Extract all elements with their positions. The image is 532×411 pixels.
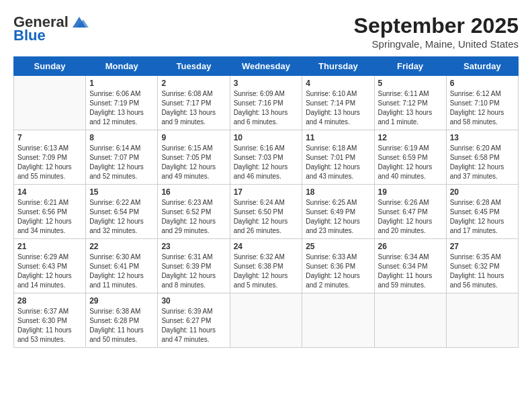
day-number: 3 xyxy=(234,79,299,88)
month-title: September 2025 xyxy=(354,13,519,38)
calendar-cell xyxy=(446,293,518,348)
cell-info: Sunrise: 6:06 AMSunset: 7:19 PMDaylight:… xyxy=(89,89,154,127)
logo-icon xyxy=(70,15,89,29)
day-number: 18 xyxy=(306,187,370,197)
day-number: 28 xyxy=(17,296,82,306)
calendar-cell: 4 Sunrise: 6:10 AMSunset: 7:14 PMDayligh… xyxy=(302,76,374,130)
day-number: 17 xyxy=(234,187,299,197)
calendar-cell: 6 Sunrise: 6:12 AMSunset: 7:10 PMDayligh… xyxy=(446,76,518,130)
calendar-cell: 11 Sunrise: 6:18 AMSunset: 7:01 PMDaylig… xyxy=(302,130,374,185)
calendar-week-2: 7 Sunrise: 6:13 AMSunset: 7:09 PMDayligh… xyxy=(14,130,519,185)
day-header-saturday: Saturday xyxy=(446,57,518,76)
day-header-friday: Friday xyxy=(374,57,446,76)
calendar-week-3: 14 Sunrise: 6:21 AMSunset: 6:56 PMDaylig… xyxy=(14,185,519,239)
day-header-thursday: Thursday xyxy=(302,57,374,76)
day-number: 26 xyxy=(378,242,443,251)
calendar-cell: 18 Sunrise: 6:25 AMSunset: 6:49 PMDaylig… xyxy=(302,185,374,239)
calendar-cell: 25 Sunrise: 6:33 AMSunset: 6:36 PMDaylig… xyxy=(302,239,374,293)
day-number: 22 xyxy=(89,242,154,251)
logo-blue: Blue xyxy=(13,27,46,44)
page-header: General Blue September 2025 Springvale, … xyxy=(13,13,519,50)
cell-info: Sunrise: 6:31 AMSunset: 6:39 PMDaylight:… xyxy=(161,253,226,290)
cell-info: Sunrise: 6:26 AMSunset: 6:47 PMDaylight:… xyxy=(378,198,443,236)
day-number: 30 xyxy=(161,296,226,306)
calendar-cell: 17 Sunrise: 6:24 AMSunset: 6:50 PMDaylig… xyxy=(230,185,302,239)
location-title: Springvale, Maine, United States xyxy=(354,38,519,50)
cell-info: Sunrise: 6:23 AMSunset: 6:52 PMDaylight:… xyxy=(161,198,226,236)
day-number: 5 xyxy=(378,79,443,88)
cell-info: Sunrise: 6:14 AMSunset: 7:07 PMDaylight:… xyxy=(89,144,154,181)
calendar-cell: 30 Sunrise: 6:39 AMSunset: 6:27 PMDaylig… xyxy=(158,293,230,348)
calendar-cell: 23 Sunrise: 6:31 AMSunset: 6:39 PMDaylig… xyxy=(158,239,230,293)
calendar-header-row: SundayMondayTuesdayWednesdayThursdayFrid… xyxy=(14,57,519,76)
day-header-sunday: Sunday xyxy=(14,57,86,76)
calendar-cell: 20 Sunrise: 6:28 AMSunset: 6:45 PMDaylig… xyxy=(446,185,518,239)
day-number: 25 xyxy=(306,242,370,251)
cell-info: Sunrise: 6:25 AMSunset: 6:49 PMDaylight:… xyxy=(306,198,370,236)
calendar-week-1: 1 Sunrise: 6:06 AMSunset: 7:19 PMDayligh… xyxy=(14,76,519,130)
cell-info: Sunrise: 6:35 AMSunset: 6:32 PMDaylight:… xyxy=(450,253,515,290)
calendar-cell: 8 Sunrise: 6:14 AMSunset: 7:07 PMDayligh… xyxy=(86,130,158,185)
day-number: 4 xyxy=(306,79,370,88)
cell-info: Sunrise: 6:39 AMSunset: 6:27 PMDaylight:… xyxy=(161,307,226,345)
cell-info: Sunrise: 6:24 AMSunset: 6:50 PMDaylight:… xyxy=(234,198,299,236)
calendar-cell: 26 Sunrise: 6:34 AMSunset: 6:34 PMDaylig… xyxy=(374,239,446,293)
calendar-cell: 15 Sunrise: 6:22 AMSunset: 6:54 PMDaylig… xyxy=(86,185,158,239)
cell-info: Sunrise: 6:12 AMSunset: 7:10 PMDaylight:… xyxy=(450,89,515,127)
day-number: 10 xyxy=(234,133,299,142)
calendar-cell xyxy=(374,293,446,348)
calendar-table: SundayMondayTuesdayWednesdayThursdayFrid… xyxy=(13,56,519,348)
calendar-cell: 10 Sunrise: 6:16 AMSunset: 7:03 PMDaylig… xyxy=(230,130,302,185)
logo: General Blue xyxy=(13,13,89,44)
day-number: 6 xyxy=(450,79,515,88)
day-number: 7 xyxy=(17,133,82,142)
calendar-cell: 16 Sunrise: 6:23 AMSunset: 6:52 PMDaylig… xyxy=(158,185,230,239)
calendar-cell: 5 Sunrise: 6:11 AMSunset: 7:12 PMDayligh… xyxy=(374,76,446,130)
calendar-cell: 28 Sunrise: 6:37 AMSunset: 6:30 PMDaylig… xyxy=(14,293,86,348)
day-number: 15 xyxy=(89,187,154,197)
calendar-cell: 14 Sunrise: 6:21 AMSunset: 6:56 PMDaylig… xyxy=(14,185,86,239)
cell-info: Sunrise: 6:08 AMSunset: 7:17 PMDaylight:… xyxy=(161,89,226,127)
calendar-cell: 21 Sunrise: 6:29 AMSunset: 6:43 PMDaylig… xyxy=(14,239,86,293)
cell-info: Sunrise: 6:29 AMSunset: 6:43 PMDaylight:… xyxy=(17,253,82,290)
cell-info: Sunrise: 6:16 AMSunset: 7:03 PMDaylight:… xyxy=(234,144,299,181)
day-number: 23 xyxy=(161,242,226,251)
day-number: 1 xyxy=(89,79,154,88)
day-number: 19 xyxy=(378,187,443,197)
calendar-cell: 29 Sunrise: 6:38 AMSunset: 6:28 PMDaylig… xyxy=(86,293,158,348)
cell-info: Sunrise: 6:15 AMSunset: 7:05 PMDaylight:… xyxy=(161,144,226,181)
calendar-cell: 9 Sunrise: 6:15 AMSunset: 7:05 PMDayligh… xyxy=(158,130,230,185)
day-header-wednesday: Wednesday xyxy=(230,57,302,76)
cell-info: Sunrise: 6:22 AMSunset: 6:54 PMDaylight:… xyxy=(89,198,154,236)
calendar-cell xyxy=(14,76,86,130)
calendar-week-5: 28 Sunrise: 6:37 AMSunset: 6:30 PMDaylig… xyxy=(14,293,519,348)
title-block: September 2025 Springvale, Maine, United… xyxy=(354,13,519,50)
cell-info: Sunrise: 6:28 AMSunset: 6:45 PMDaylight:… xyxy=(450,198,515,236)
day-number: 24 xyxy=(234,242,299,251)
day-number: 14 xyxy=(17,187,82,197)
cell-info: Sunrise: 6:32 AMSunset: 6:38 PMDaylight:… xyxy=(234,253,299,290)
calendar-cell: 27 Sunrise: 6:35 AMSunset: 6:32 PMDaylig… xyxy=(446,239,518,293)
day-header-tuesday: Tuesday xyxy=(158,57,230,76)
day-number: 11 xyxy=(306,133,370,142)
cell-info: Sunrise: 6:19 AMSunset: 6:59 PMDaylight:… xyxy=(378,144,443,181)
calendar-cell: 13 Sunrise: 6:20 AMSunset: 6:58 PMDaylig… xyxy=(446,130,518,185)
day-number: 20 xyxy=(450,187,515,197)
day-number: 2 xyxy=(161,79,226,88)
calendar-cell xyxy=(302,293,374,348)
day-number: 12 xyxy=(378,133,443,142)
cell-info: Sunrise: 6:20 AMSunset: 6:58 PMDaylight:… xyxy=(450,144,515,181)
calendar-cell: 22 Sunrise: 6:30 AMSunset: 6:41 PMDaylig… xyxy=(86,239,158,293)
calendar-cell: 2 Sunrise: 6:08 AMSunset: 7:17 PMDayligh… xyxy=(158,76,230,130)
day-number: 29 xyxy=(89,296,154,306)
calendar-cell: 1 Sunrise: 6:06 AMSunset: 7:19 PMDayligh… xyxy=(86,76,158,130)
day-number: 16 xyxy=(161,187,226,197)
cell-info: Sunrise: 6:18 AMSunset: 7:01 PMDaylight:… xyxy=(306,144,370,181)
day-number: 9 xyxy=(161,133,226,142)
cell-info: Sunrise: 6:13 AMSunset: 7:09 PMDaylight:… xyxy=(17,144,82,181)
calendar-cell: 19 Sunrise: 6:26 AMSunset: 6:47 PMDaylig… xyxy=(374,185,446,239)
day-number: 13 xyxy=(450,133,515,142)
cell-info: Sunrise: 6:37 AMSunset: 6:30 PMDaylight:… xyxy=(17,307,82,345)
cell-info: Sunrise: 6:33 AMSunset: 6:36 PMDaylight:… xyxy=(306,253,370,290)
calendar-cell xyxy=(230,293,302,348)
